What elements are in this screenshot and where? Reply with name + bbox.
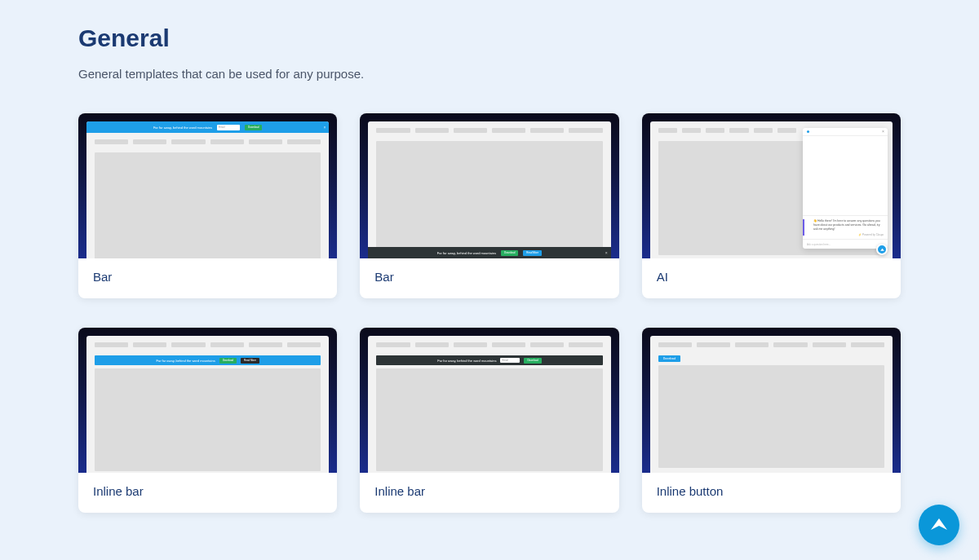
template-preview: × 👋 Hello there! I'm here to answer any … [642, 113, 901, 258]
template-card-bar-top[interactable]: Far far away, behind the word mountains … [78, 113, 337, 298]
template-label: Inline bar [78, 473, 337, 513]
template-preview: Far far away, behind the word mountains … [360, 328, 618, 473]
template-label: AI [642, 258, 901, 298]
demo-chat-powered-by: ⚡ Powered by Claspo [807, 233, 884, 236]
demo-bar-message: Far far away, behind the word mountains [437, 251, 496, 255]
demo-chat-input-placeholder: Ask a question here... [807, 243, 831, 246]
chevron-up-icon [929, 515, 949, 535]
wireframe-nav [650, 336, 893, 352]
demo-chat-greeting: 👋 Hello there! I'm here to answer any qu… [807, 219, 884, 231]
help-fab[interactable] [919, 505, 959, 545]
chevron-up-icon [879, 247, 885, 253]
template-card-inline-button[interactable]: Download Inline button [642, 328, 901, 513]
demo-bar-message: Far far away, behind the word mountains [156, 359, 215, 363]
wireframe-body [95, 368, 321, 471]
template-preview: Far far away, behind the word mountains … [78, 113, 337, 258]
demo-bar-button-secondary: Read More [523, 250, 542, 256]
section-title: General [78, 24, 901, 52]
demo-bar-button-primary: Download [501, 250, 518, 256]
template-card-inline-bar-dark[interactable]: Far far away, behind the word mountains … [360, 328, 618, 513]
demo-bar-bottom: Far far away, behind the word mountains … [368, 247, 610, 258]
template-card-inline-bar-blue[interactable]: Far far away, behind the word mountains … [78, 328, 337, 513]
template-card-bar-bottom[interactable]: Far far away, behind the word mountains … [360, 113, 618, 298]
demo-bar-button-secondary: Read More [241, 358, 259, 364]
template-preview: Download [642, 328, 901, 473]
template-label: Bar [360, 258, 618, 298]
wireframe-nav [368, 336, 610, 352]
demo-bar-button-primary: Download [245, 125, 262, 130]
demo-bar-top: Far far away, behind the word mountains … [86, 121, 329, 133]
wireframe-nav [86, 133, 329, 149]
template-preview: Far far away, behind the word mountains … [360, 113, 618, 258]
template-card-ai[interactable]: × 👋 Hello there! I'm here to answer any … [642, 113, 901, 298]
demo-bar-button-primary: Download [524, 358, 541, 364]
demo-chat-header: × [803, 128, 888, 136]
demo-bar-button-primary: Download [219, 358, 237, 364]
demo-inline-bar: Far far away, behind the word mountains … [376, 355, 602, 365]
demo-chat-input: Ask a question here... ➤ [803, 239, 888, 249]
demo-chat-body [803, 136, 888, 215]
template-label: Inline bar [360, 473, 618, 513]
close-icon: × [882, 129, 884, 134]
demo-chat-launcher [876, 244, 888, 255]
demo-inline-button: Download [658, 355, 681, 362]
wireframe-body [376, 368, 602, 471]
wireframe-nav [86, 336, 329, 352]
demo-bar-input: Email [500, 358, 520, 363]
wireframe-body [376, 141, 602, 255]
template-grid: Far far away, behind the word mountains … [78, 113, 901, 513]
demo-bar-message: Far far away, behind the word mountains [153, 126, 212, 130]
demo-chat-message: 👋 Hello there! I'm here to answer any qu… [803, 215, 888, 239]
demo-bar-input: Email [217, 125, 240, 130]
template-label: Inline button [642, 473, 901, 513]
template-preview: Far far away, behind the word mountains … [78, 328, 337, 473]
wireframe-body [658, 365, 884, 468]
template-label: Bar [78, 258, 337, 298]
wireframe-nav [368, 121, 610, 138]
close-icon: × [323, 125, 326, 130]
close-icon: × [605, 250, 608, 255]
section-subtitle: General templates that can be used for a… [78, 67, 901, 81]
demo-inline-bar: Far far away, behind the word mountains … [95, 355, 321, 365]
demo-bar-message: Far far away, behind the word mountains [437, 359, 496, 363]
demo-chat-widget: × 👋 Hello there! I'm here to answer any … [803, 128, 888, 249]
wireframe-body [95, 152, 321, 258]
